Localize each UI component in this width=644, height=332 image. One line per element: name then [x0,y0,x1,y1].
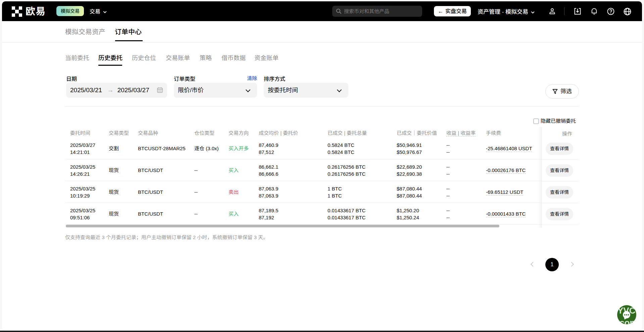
svg-text:con: con [620,318,635,324]
